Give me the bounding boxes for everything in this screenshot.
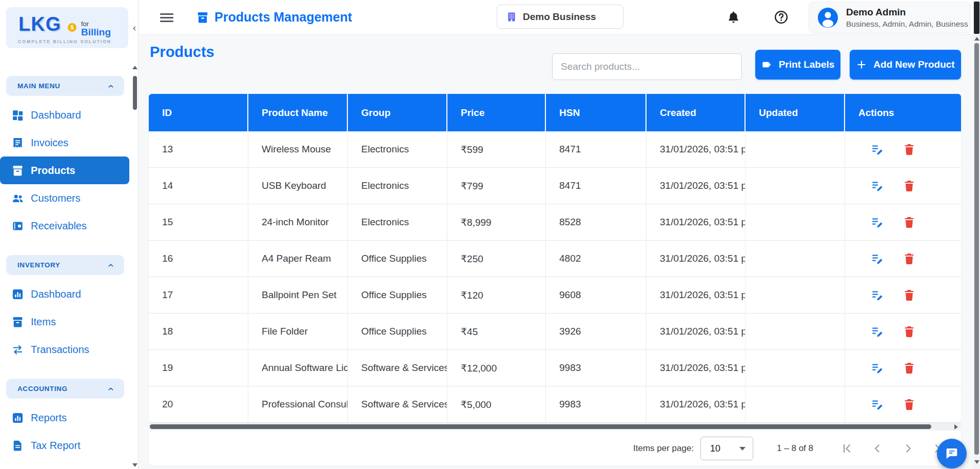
sidebar-item-label: Items (31, 316, 56, 328)
scroll-right-icon[interactable] (954, 424, 958, 429)
cell-price: ₹45 (447, 314, 546, 350)
sidebar-section-accounting[interactable]: ACCOUNTING (6, 379, 124, 399)
delete-button[interactable] (903, 179, 916, 192)
chevron-up-icon (107, 82, 115, 90)
sidebar-item-customers[interactable]: Customers (0, 184, 131, 212)
cell-updated (746, 241, 845, 277)
sidebar-item-label: Invoices (31, 137, 68, 149)
column-header-product-name[interactable]: Product Name (248, 94, 348, 131)
scroll-down-icon[interactable] (132, 463, 138, 467)
delete-button[interactable] (903, 252, 916, 265)
edit-button[interactable] (871, 179, 884, 192)
sidebar-item-items[interactable]: Items (0, 308, 131, 336)
next-page-button[interactable] (901, 442, 915, 455)
edit-button[interactable] (871, 325, 884, 338)
cell-id: 13 (149, 131, 248, 168)
cell-created: 31/01/2026, 03:51 pm (646, 314, 746, 350)
cell-group: Electronics (348, 204, 447, 241)
paginator: Items per page: 10 1 – 8 of 8 (149, 431, 961, 466)
sidebar-scrollbar[interactable] (132, 62, 138, 469)
chart-icon (11, 288, 24, 301)
edit-button[interactable] (871, 216, 884, 229)
cell-group: Electronics (348, 168, 447, 204)
cell-id: 18 (149, 314, 248, 350)
sidebar-item-transactions[interactable]: Transactions (0, 336, 131, 363)
sidebar-item-invoices[interactable]: Invoices (0, 129, 131, 157)
dashboard-grid-icon (11, 109, 24, 122)
cell-price: ₹250 (447, 241, 546, 277)
cell-actions (845, 204, 961, 241)
cell-updated (746, 350, 845, 386)
cell-updated (746, 386, 845, 423)
app-logo: LKG $ for Billing COMPLETE BILLING SOLUT… (6, 7, 128, 48)
column-header-actions[interactable]: Actions (845, 94, 961, 131)
chat-fab-button[interactable] (937, 439, 967, 468)
sidebar-item-dashboard[interactable]: Dashboard (0, 101, 131, 129)
sidebar-item-dashboard[interactable]: Dashboard (0, 280, 131, 308)
cell-updated (746, 204, 845, 241)
notifications-bell-icon[interactable] (727, 10, 740, 24)
chevron-up-icon (107, 385, 115, 393)
previous-page-button[interactable] (871, 442, 884, 455)
box-icon (11, 164, 24, 177)
sidebar-section-inventory[interactable]: INVENTORY (6, 255, 124, 275)
cell-id: 17 (149, 277, 248, 314)
sidebar-item-label: Tax Report (31, 440, 81, 452)
dropdown-arrow-icon (739, 447, 746, 451)
sidebar-scrollbar-thumb[interactable] (133, 76, 137, 110)
cell-group: Office Supplies (348, 314, 447, 350)
page-vertical-scrollbar[interactable] (973, 0, 980, 469)
user-avatar-icon (817, 7, 838, 28)
add-new-product-button[interactable]: Add New Product (850, 50, 961, 80)
help-icon[interactable] (774, 10, 789, 25)
search-input[interactable] (552, 53, 742, 80)
sidebar-item-reports[interactable]: Reports (0, 404, 131, 432)
sidebar-item-receivables[interactable]: Receivables (0, 212, 131, 240)
items-per-page-select[interactable]: 10 (700, 437, 753, 460)
scroll-up-icon[interactable] (132, 66, 138, 69)
sidebar-section-main-menu[interactable]: MAIN MENU (6, 76, 124, 96)
column-header-updated[interactable]: Updated (746, 94, 845, 131)
edit-button[interactable] (871, 361, 884, 375)
sidebar-item-tax-report[interactable]: Tax Report (0, 432, 131, 459)
sidebar-item-products[interactable]: Products (0, 157, 129, 184)
delete-button[interactable] (903, 216, 916, 229)
sidebar-collapse-icon[interactable]: ‹ (133, 23, 136, 33)
column-header-group[interactable]: Group (348, 94, 447, 131)
vertical-scrollbar-top-segment[interactable] (974, 2, 979, 34)
edit-button[interactable] (871, 143, 884, 156)
chevron-up-icon (107, 261, 115, 269)
cell-updated (746, 314, 845, 350)
delete-button[interactable] (903, 325, 916, 338)
label-tag-icon (761, 59, 773, 70)
column-header-price[interactable]: Price (447, 94, 546, 131)
first-page-button[interactable] (840, 442, 853, 455)
sidebar-item-label: Receivables (31, 220, 87, 232)
table-body: 13Wireless MouseElectronics₹599847131/01… (149, 131, 961, 423)
cell-product-name: File Folder (248, 314, 348, 350)
delete-button[interactable] (903, 288, 916, 302)
scroll-down-icon[interactable] (974, 460, 979, 464)
delete-button[interactable] (903, 143, 916, 156)
column-header-id[interactable]: ID (149, 94, 248, 131)
edit-button[interactable] (871, 398, 884, 411)
edit-button[interactable] (871, 288, 884, 302)
business-selector[interactable]: Demo Business (497, 5, 623, 29)
column-header-created[interactable]: Created (646, 94, 746, 131)
horizontal-scrollbar[interactable] (149, 423, 961, 430)
page-header-title: Products Management (214, 0, 352, 34)
delete-button[interactable] (903, 361, 916, 375)
table-row: 13Wireless MouseElectronics₹599847131/01… (149, 131, 961, 168)
horizontal-scrollbar-thumb[interactable] (150, 424, 931, 429)
print-labels-button[interactable]: Print Labels (755, 50, 840, 80)
dollar-coin-icon: $ (68, 23, 76, 32)
scroll-up-icon[interactable] (974, 37, 979, 41)
sidebar-nav: MAIN MENUDashboardInvoicesProductsCustom… (0, 61, 131, 459)
column-header-hsn[interactable]: HSN (546, 94, 646, 131)
vertical-scrollbar-thumb[interactable] (974, 43, 979, 455)
delete-button[interactable] (903, 398, 916, 411)
invoice-icon (11, 136, 24, 149)
menu-icon[interactable] (160, 13, 173, 25)
user-menu[interactable]: Demo Admin Business, Admin, Admin, Busin… (809, 2, 971, 33)
edit-button[interactable] (871, 252, 884, 265)
